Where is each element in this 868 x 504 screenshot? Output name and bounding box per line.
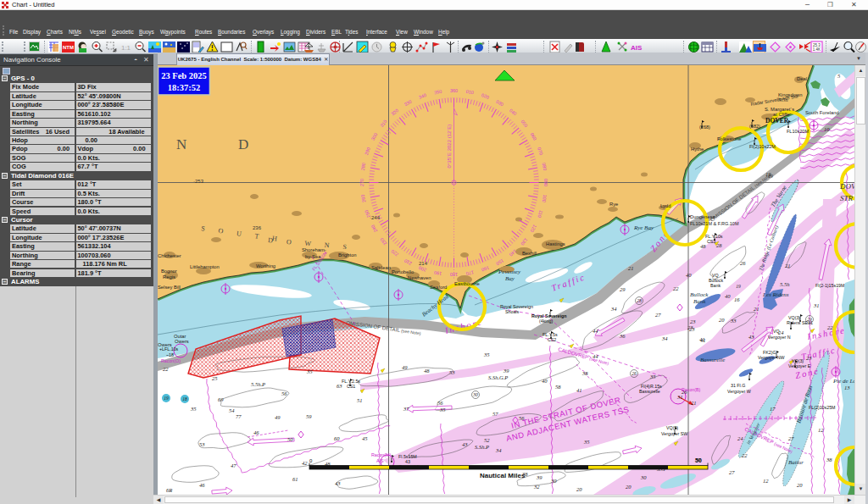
svg-text:N: N — [176, 136, 186, 152]
svg-text:58: 58 — [555, 384, 561, 390]
svg-text:Owers: Owers — [175, 339, 189, 344]
svg-text:·244: ·244 — [370, 215, 381, 220]
svg-text:22: 22 — [742, 452, 748, 458]
svg-text:5.5h.P: 5.5h.P — [251, 381, 265, 387]
svg-text:27: 27 — [655, 312, 661, 318]
svg-text:35: 35 — [306, 368, 313, 374]
svg-text:5.5h: 5.5h — [780, 281, 789, 287]
svg-text:Racon(O): Racon(O) — [161, 358, 181, 363]
svg-text:21: 21 — [691, 400, 697, 406]
svg-text:19: 19 — [768, 174, 773, 179]
svg-text:~18: ~18 — [166, 352, 174, 357]
svg-text:31: 31 — [813, 302, 820, 308]
svg-text:0: 0 — [309, 458, 313, 463]
svg-text:61: 61 — [292, 476, 298, 482]
svg-text:18: 18 — [182, 396, 187, 402]
svg-text:35: 35 — [439, 407, 446, 413]
svg-text:21: 21 — [754, 306, 760, 312]
svg-text:54: 54 — [229, 407, 235, 413]
svg-text:214: 214 — [419, 261, 428, 266]
svg-text:Vergoyer E: Vergoyer E — [788, 363, 811, 368]
svg-text:FL10s20M: FL10s20M — [787, 129, 809, 134]
svg-text:19: 19 — [164, 396, 169, 401]
svg-text:27: 27 — [788, 435, 794, 441]
svg-text:Lydd: Lydd — [660, 203, 670, 208]
svg-text:63: 63 — [337, 383, 342, 389]
svg-text:24: 24 — [737, 435, 743, 441]
svg-text:Folkestone: Folkestone — [717, 136, 741, 141]
svg-text:49: 49 — [275, 414, 281, 420]
svg-text:69: 69 — [218, 396, 224, 402]
svg-text:41: 41 — [576, 387, 582, 393]
svg-text:41: 41 — [699, 336, 705, 342]
svg-text:77: 77 — [236, 413, 242, 419]
svg-text:29: 29 — [620, 286, 626, 292]
svg-text:59: 59 — [306, 413, 312, 419]
svg-text:20: 20 — [576, 486, 582, 492]
svg-text:VQ(9): VQ(9) — [666, 425, 678, 430]
svg-text:35: 35 — [483, 352, 490, 357]
svg-text:42: 42 — [302, 460, 308, 466]
svg-text:Bassurelle: Bassurelle — [639, 389, 660, 394]
svg-text:Hythe: Hythe — [691, 147, 704, 152]
svg-text:43: 43 — [335, 480, 341, 486]
svg-text:56: 56 — [281, 390, 287, 396]
svg-text:35: 35 — [583, 439, 590, 445]
svg-text:23: 23 — [806, 355, 812, 361]
svg-text:43: 43 — [748, 334, 754, 340]
svg-text:D: D — [238, 136, 248, 152]
svg-text:Vergoyer NW: Vergoyer NW — [758, 355, 785, 360]
svg-text:10: 10 — [824, 126, 830, 132]
svg-text:AIS: AIS — [376, 458, 384, 463]
svg-text:(4king): (4king) — [539, 318, 553, 324]
svg-text:Racon(M): Racon(M) — [371, 452, 391, 457]
svg-text:20: 20 — [719, 317, 725, 323]
svg-text:Bay: Bay — [505, 275, 515, 282]
svg-text:51: 51 — [357, 397, 363, 403]
svg-text:22: 22 — [827, 324, 833, 330]
svg-text:40: 40 — [725, 293, 731, 299]
svg-text:Bognor: Bognor — [161, 269, 177, 274]
svg-text:South Foreland: South Foreland — [805, 110, 839, 115]
svg-text:360: 360 — [450, 88, 458, 93]
svg-text:1.4K: 1.4K — [813, 47, 821, 52]
svg-text:Bank: Bank — [693, 298, 706, 305]
svg-text:(382): (382) — [749, 124, 760, 129]
svg-text:Ridens SE: Ridens SE — [787, 320, 808, 325]
svg-text:DOVER: DOVER — [765, 117, 789, 125]
svg-text:30: 30 — [550, 478, 557, 484]
svg-text:Rye Bay: Rye Bay — [633, 224, 654, 231]
svg-text:Dungeness: Dungeness — [690, 214, 715, 219]
svg-text:S.Sh.G.P: S.Sh.G.P — [488, 374, 508, 380]
svg-text:Seaford: Seaford — [430, 285, 447, 290]
svg-text:12: 12 — [818, 427, 824, 433]
svg-text:26: 26 — [740, 260, 746, 266]
svg-text:30: 30 — [472, 392, 478, 397]
svg-text:34: 34 — [661, 335, 668, 341]
svg-text:56: 56 — [437, 400, 443, 406]
svg-text:Les Ridens: Les Ridens — [762, 291, 789, 298]
svg-text:56: 56 — [519, 415, 525, 421]
svg-text:48: 48 — [424, 368, 430, 374]
svg-text:26: 26 — [632, 371, 637, 376]
svg-text:37: 37 — [403, 406, 409, 412]
svg-text:Hastings: Hastings — [546, 241, 565, 246]
svg-text:Vergoyer SW: Vergoyer SW — [661, 431, 687, 436]
svg-text:27: 27 — [729, 469, 735, 475]
svg-text:31: 31 — [808, 320, 813, 325]
svg-text:28: 28 — [637, 298, 642, 303]
svg-text:Chichester: Chichester — [158, 253, 181, 258]
svg-text:25: 25 — [212, 375, 218, 381]
svg-text:44: 44 — [593, 328, 598, 334]
svg-text:12: 12 — [763, 478, 769, 484]
svg-text:16: 16 — [734, 296, 740, 302]
svg-text:·253: ·253 — [193, 179, 204, 184]
svg-text:39: 39 — [503, 368, 509, 374]
svg-text:Vergoyer W: Vergoyer W — [727, 389, 751, 394]
svg-text:19: 19 — [736, 284, 741, 289]
svg-text:Eastbourne: Eastbourne — [454, 281, 480, 286]
svg-text:Shoals: Shoals — [505, 309, 520, 314]
svg-text:50: 50 — [695, 457, 702, 463]
svg-text:52: 52 — [484, 437, 490, 443]
svg-text:Battur: Battur — [788, 459, 804, 466]
